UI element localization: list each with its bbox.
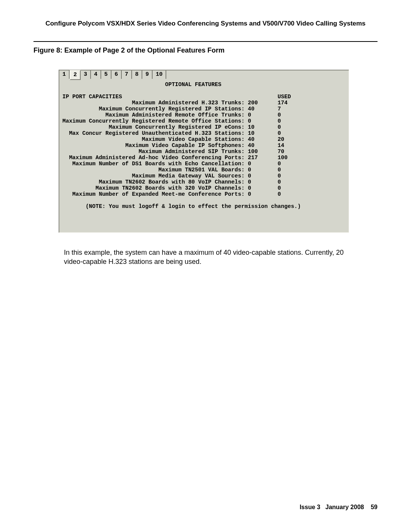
- tab-5[interactable]: 5: [101, 70, 112, 79]
- tab-6[interactable]: 6: [112, 70, 122, 79]
- terminal-body: OPTIONAL FEATURES IP PORT CAPACITIES USE…: [59, 80, 349, 232]
- tab-7[interactable]: 7: [122, 70, 132, 79]
- footer-date: January 2008: [325, 504, 364, 510]
- figure-caption: Figure 8: Example of Page 2 of the Optio…: [33, 46, 378, 54]
- horizontal-rule: [33, 41, 378, 42]
- terminal-screenshot: 12345678910 OPTIONAL FEATURES IP PORT CA…: [59, 70, 349, 233]
- footer-page: 59: [371, 504, 378, 510]
- footer-issue: Issue 3: [299, 504, 320, 510]
- tab-8[interactable]: 8: [132, 70, 142, 79]
- body-paragraph: In this example, the system can have a m…: [64, 248, 361, 266]
- document-header: Configure Polycom VSX/HDX Series Video C…: [33, 20, 378, 27]
- tab-9[interactable]: 9: [142, 70, 153, 79]
- tab-1[interactable]: 1: [59, 70, 70, 79]
- page-footer: Issue 3 January 2008 59: [299, 504, 378, 511]
- tab-2[interactable]: 2: [70, 70, 81, 80]
- tab-10[interactable]: 10: [153, 70, 166, 79]
- tab-4[interactable]: 4: [91, 70, 101, 79]
- tab-3[interactable]: 3: [81, 70, 91, 79]
- tab-bar: 12345678910: [59, 70, 349, 80]
